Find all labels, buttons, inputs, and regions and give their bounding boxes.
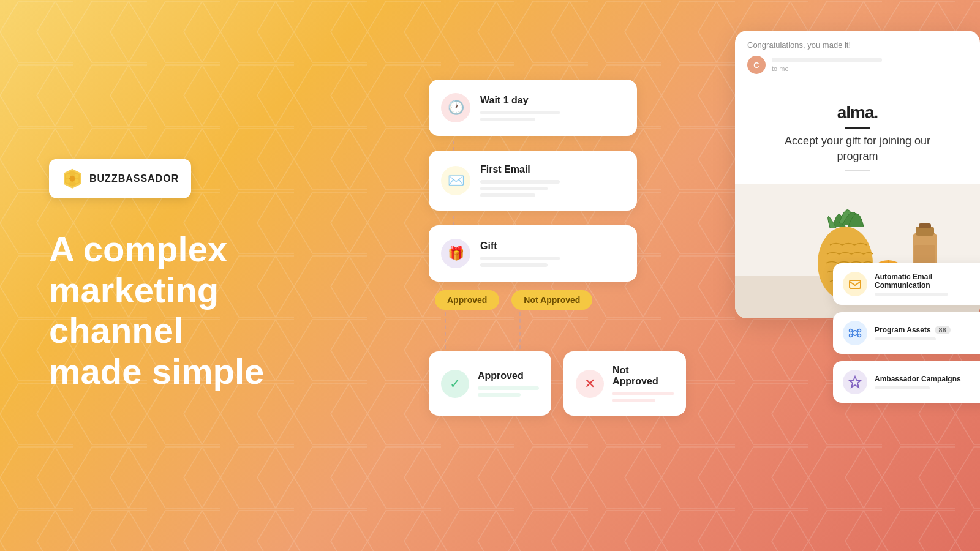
ambassador-content: Ambassador Campaigns (875, 375, 980, 389)
sender-avatar: C (747, 56, 766, 74)
svg-marker-28 (850, 377, 861, 388)
approved-check-icon: ✓ (441, 370, 469, 398)
connector-2 (453, 216, 454, 225)
svg-point-9 (75, 179, 79, 183)
svg-rect-20 (919, 223, 931, 228)
program-assets-label: Program Assets (875, 326, 931, 334)
right-card-program-assets: Program Assets 88 (833, 312, 980, 354)
program-assets-line (875, 337, 936, 340)
outcome-not-approved: ✕ Not Approved (564, 351, 686, 416)
auto-email-icon (843, 272, 867, 296)
wait-content: Wait 1 day (480, 95, 625, 121)
svg-point-7 (75, 174, 79, 178)
email-content: First Email (480, 164, 625, 197)
dashed-right (519, 312, 521, 349)
not-approved-x-icon: ✕ (576, 370, 604, 398)
wait-icon: 🕐 (441, 93, 470, 122)
svg-point-27 (858, 334, 861, 337)
svg-point-6 (66, 174, 70, 178)
email-divider (845, 127, 870, 129)
program-assets-content: Program Assets 88 (875, 326, 980, 340)
outcome-approved-title: Approved (478, 370, 539, 381)
auto-email-title: Automatic Email Communication (875, 272, 980, 290)
outcome-approved-content: Approved (478, 370, 539, 397)
email-copy: Accept your gift for joining our program (747, 133, 968, 164)
outcome-not-approved-title: Not Approved (612, 365, 674, 387)
auto-email-content: Automatic Email Communication (875, 272, 980, 296)
gift-line2 (480, 263, 548, 267)
badge-row: Approved Not Approved (435, 290, 637, 310)
email-header: Congratulations, you made it! C to me (735, 31, 980, 84)
right-card-auto-email: Automatic Email Communication (833, 263, 980, 305)
not-approved-badge: Not Approved (511, 290, 592, 310)
ui-area: Congratulations, you made it! C to me al… (392, 31, 980, 520)
outcome-row: ✓ Approved ✕ Not Approved (429, 351, 637, 416)
gift-content: Gift (480, 241, 625, 267)
email-brand: alma. Accept your gift for joining our p… (735, 84, 980, 184)
sender-to-text: to me (772, 65, 882, 72)
sender-to: to me (772, 58, 882, 72)
gift-title: Gift (480, 241, 625, 252)
gift-lines (480, 257, 625, 267)
svg-rect-22 (850, 280, 861, 288)
right-card-ambassador: Ambassador Campaigns (833, 361, 980, 403)
hero-line2: marketing channel (49, 269, 355, 351)
auto-email-line (875, 293, 948, 296)
right-cards: Automatic Email Communication Program As… (833, 263, 980, 403)
svg-point-25 (858, 329, 861, 332)
left-content: BUZZBASSADOR A complex marketing channel… (49, 159, 355, 392)
outcome-not-approved-lines (612, 392, 674, 402)
svg-point-24 (850, 329, 853, 332)
gift-icon: 🎁 (441, 239, 470, 268)
email-subject: Congratulations, you made it! (747, 40, 968, 50)
logo-box: BUZZBASSADOR (49, 159, 191, 198)
hero-line1: A complex (49, 229, 355, 270)
outcome-not-approved-content: Not Approved (612, 365, 674, 402)
outcome-na-line2 (612, 399, 655, 402)
ambassador-title: Ambassador Campaigns (875, 375, 980, 383)
email-divider2 (845, 170, 870, 171)
email-icon: ✉️ (441, 166, 470, 195)
outcome-na-line1 (612, 392, 674, 395)
logo-icon (61, 168, 83, 190)
wait-line1 (480, 111, 560, 114)
logo-text: BUZZBASSADOR (89, 173, 179, 184)
hero-line3: made simple (49, 351, 355, 392)
outcome-approved: ✓ Approved (429, 351, 551, 416)
program-assets-icon (843, 321, 867, 345)
flow-card-wait: 🕐 Wait 1 day (429, 80, 637, 136)
email-line1 (480, 180, 560, 184)
email-brand-name: alma. (747, 103, 968, 122)
email-line2 (480, 187, 548, 190)
approved-badge: Approved (435, 290, 499, 310)
email-title: First Email (480, 164, 625, 175)
hero-title: A complex marketing channel made simple (49, 229, 355, 392)
svg-point-8 (66, 179, 70, 183)
program-assets-badge: 88 (935, 326, 951, 334)
svg-point-23 (853, 331, 858, 335)
email-sender: C to me (747, 56, 968, 74)
email-lines (480, 180, 625, 197)
flow-card-email: ✉️ First Email (429, 151, 637, 211)
program-assets-title-row: Program Assets 88 (875, 326, 980, 334)
ambassador-line (875, 386, 930, 389)
wait-line2 (480, 118, 535, 121)
flow-section: 🕐 Wait 1 day ✉️ First Email (429, 80, 637, 416)
dashed-left (445, 312, 446, 349)
svg-point-26 (850, 334, 853, 337)
svg-point-5 (69, 176, 75, 182)
email-line3 (480, 193, 535, 197)
sender-line (772, 58, 882, 62)
outcome-line2 (478, 393, 521, 397)
flow-card-gift: 🎁 Gift (429, 225, 637, 282)
outcome-line1 (478, 386, 539, 390)
connector-1 (453, 141, 454, 151)
outcome-approved-lines (478, 386, 539, 397)
dashed-connectors (445, 312, 637, 349)
wait-title: Wait 1 day (480, 95, 625, 106)
ambassador-icon (843, 370, 867, 394)
gift-line1 (480, 257, 560, 260)
wait-lines (480, 111, 625, 121)
